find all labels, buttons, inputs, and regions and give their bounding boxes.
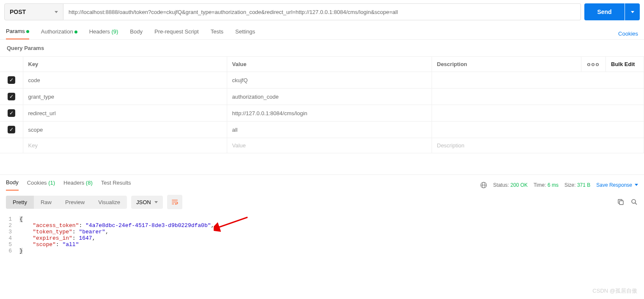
view-pretty-button[interactable]: Pretty (6, 196, 34, 209)
annotation-arrow-icon (214, 215, 252, 232)
chevron-down-icon (631, 11, 634, 13)
dot-indicator-icon (26, 30, 29, 33)
tab-headers[interactable]: Headers (9) (89, 28, 118, 39)
svg-line-9 (217, 217, 248, 228)
param-desc[interactable] (432, 89, 644, 105)
tab-params[interactable]: Params (6, 28, 29, 39)
view-raw-button[interactable]: Raw (34, 196, 58, 209)
param-value-placeholder[interactable]: Value (227, 138, 432, 153)
more-header[interactable]: ooo (581, 57, 606, 72)
tab-body[interactable]: Body (130, 28, 143, 39)
table-row-new: Key Value Description (0, 138, 644, 153)
search-icon[interactable] (630, 198, 638, 206)
chevron-down-icon (154, 201, 158, 203)
copy-icon[interactable] (617, 198, 625, 206)
globe-icon[interactable] (480, 181, 487, 189)
view-mode-toggle: Pretty Raw Preview Visualize (6, 196, 127, 209)
time-text: Time: 6 ms (534, 182, 559, 188)
param-value[interactable]: http://127.0.0.1:8084/cms/login (227, 105, 432, 122)
url-input[interactable]: http://localhost:8888/oauth/token?code=c… (63, 3, 581, 20)
http-method-label: POST (10, 8, 26, 15)
tab-settings[interactable]: Settings (235, 28, 255, 39)
table-row: ✓ scope all (0, 122, 644, 138)
resp-tab-body[interactable]: Body (6, 179, 19, 191)
cookies-link[interactable]: Cookies (618, 30, 638, 37)
url-text: http://localhost:8888/oauth/token?code=c… (69, 9, 398, 15)
chevron-down-icon (635, 184, 638, 186)
param-desc[interactable] (432, 72, 644, 89)
tab-authorization[interactable]: Authorization (41, 28, 77, 39)
param-key[interactable]: code (23, 72, 227, 89)
row-checkbox[interactable]: ✓ (8, 76, 15, 84)
http-method-select[interactable]: POST (4, 3, 63, 20)
param-value[interactable]: ckujfQ (227, 72, 432, 89)
view-visualize-button[interactable]: Visualize (91, 196, 127, 209)
row-checkbox[interactable]: ✓ (8, 109, 15, 117)
dot-indicator-icon (74, 30, 77, 33)
bulk-edit-button[interactable]: Bulk Edit (606, 57, 644, 72)
query-params-title: Query Params (0, 40, 644, 56)
value-header: Value (227, 57, 432, 72)
param-key-placeholder[interactable]: Key (23, 138, 227, 153)
wrap-icon (171, 198, 179, 206)
key-header: Key (23, 57, 227, 72)
param-key[interactable]: grant_type (23, 89, 227, 105)
param-value[interactable]: authorization_code (227, 89, 432, 105)
format-select[interactable]: JSON (131, 196, 163, 209)
save-response-button[interactable]: Save Response (596, 182, 638, 188)
wrap-lines-button[interactable] (167, 195, 182, 209)
table-row: ✓ grant_type authorization_code (0, 89, 644, 105)
tab-prerequest[interactable]: Pre-request Script (154, 28, 199, 39)
send-dropdown-button[interactable] (625, 3, 640, 20)
resp-tab-cookies[interactable]: Cookies (1) (27, 180, 55, 190)
response-body[interactable]: 1{ 2 "access_token": "4a7e8dbc-24ef-4517… (0, 213, 644, 257)
svg-point-6 (632, 199, 636, 203)
size-text: Size: 371 B (564, 182, 590, 188)
description-header: Description (432, 57, 581, 72)
param-desc[interactable] (432, 105, 644, 122)
resp-tab-tests[interactable]: Test Results (101, 180, 131, 190)
svg-line-7 (635, 203, 637, 205)
param-key[interactable]: redirect_url (23, 105, 227, 122)
send-button[interactable]: Send (584, 3, 625, 20)
checkbox-header (0, 57, 23, 72)
chevron-down-icon (55, 11, 58, 13)
table-row: ✓ code ckujfQ (0, 72, 644, 89)
table-row: ✓ redirect_url http://127.0.0.1:8084/cms… (0, 105, 644, 122)
tab-tests[interactable]: Tests (211, 28, 223, 39)
param-desc[interactable] (432, 122, 644, 138)
status-text: Status: 200 OK (493, 182, 528, 188)
query-params-table: Key Value Description ooo Bulk Edit ✓ co… (0, 56, 644, 153)
param-value[interactable]: all (227, 122, 432, 138)
view-preview-button[interactable]: Preview (58, 196, 91, 209)
param-key[interactable]: scope (23, 122, 227, 138)
resp-tab-headers[interactable]: Headers (8) (63, 180, 93, 190)
row-checkbox[interactable]: ✓ (8, 93, 15, 100)
param-desc-placeholder[interactable]: Description (432, 138, 644, 153)
row-checkbox[interactable]: ✓ (8, 126, 15, 133)
svg-rect-5 (619, 201, 623, 205)
